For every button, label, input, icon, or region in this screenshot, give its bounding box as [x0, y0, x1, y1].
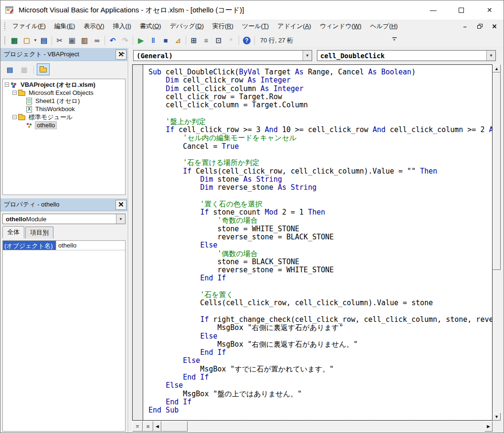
- horizontal-scrollbar[interactable]: = ≡ ◀ ▶: [132, 421, 493, 432]
- toolbar-separator: [186, 36, 186, 45]
- paste-icon[interactable]: ▥: [78, 35, 91, 46]
- menubar-grip[interactable]: [4, 22, 6, 31]
- break-icon[interactable]: ‖: [147, 35, 159, 46]
- insert-userform-icon[interactable]: ▢: [21, 35, 33, 46]
- toolbar-separator: [52, 36, 52, 45]
- window-maximize-button[interactable]: [447, 0, 475, 20]
- chevron-down-icon[interactable]: ▼: [33, 38, 38, 42]
- procedure-dropdown[interactable]: cell_DoubleClick ▼: [317, 50, 496, 61]
- tree-item-thisworkbook[interactable]: XThisWorkbook: [3, 105, 125, 113]
- menu-item-A[interactable]: アドイン(A): [273, 20, 315, 32]
- properties-grid: (オブジェクト名)othello: [2, 240, 126, 432]
- code-line: MsgBox "すでに石が置かれています。": [148, 365, 492, 373]
- copy-icon[interactable]: ▣: [66, 35, 78, 46]
- project-panel-titlebar[interactable]: プロジェクト - VBAProject ✕: [0, 48, 127, 61]
- code-line: Dim reverse_stone As String: [148, 184, 492, 192]
- code-line: If cell_click_row >= 3 And 10 >= cell_cl…: [148, 126, 492, 134]
- tree-item-label: Sheet1 (オセロ): [34, 97, 81, 105]
- toolbar-icons: ▦▢▼▤✂▣▥∞↶↷▶‖■⊿⊞≡⊡*?: [8, 35, 253, 46]
- menu-item-W[interactable]: ウィンドウ(W): [315, 20, 366, 32]
- menu-item-T[interactable]: ツール(T): [238, 20, 273, 32]
- object-browser-icon[interactable]: ⊡: [212, 35, 225, 46]
- property-name[interactable]: (オブジェクト名): [3, 241, 56, 250]
- menu-item-D[interactable]: デバッグ(D): [166, 20, 208, 32]
- toggle-folders-button[interactable]: [37, 63, 50, 75]
- mdi-restore-icon: [477, 24, 483, 29]
- tab-categorized[interactable]: 項目別: [25, 227, 53, 238]
- folder-icon: [18, 115, 25, 120]
- property-row[interactable]: (オブジェクト名)othello: [3, 241, 125, 250]
- tree-expander-icon[interactable]: −: [5, 82, 9, 87]
- chevron-down-icon[interactable]: ▼: [116, 214, 125, 224]
- code-margin-indicator-bar[interactable]: [133, 65, 143, 420]
- cut-icon[interactable]: ✂: [53, 35, 66, 46]
- code-editor[interactable]: Sub cell_DoubleClick(ByVal Target As Ran…: [143, 65, 492, 420]
- scroll-up-button[interactable]: ▲: [493, 64, 501, 72]
- toolbar-separator: [105, 36, 105, 45]
- properties-panel-close-button[interactable]: ✕: [116, 200, 126, 210]
- scroll-down-button[interactable]: ▼: [493, 412, 501, 421]
- view-code-button[interactable]: ▤: [3, 63, 16, 75]
- properties-window-icon[interactable]: ≡: [200, 35, 212, 46]
- mdi-restore-button[interactable]: [474, 21, 485, 31]
- chevron-down-icon[interactable]: ▼: [486, 51, 495, 61]
- window-close-button[interactable]: ✕: [475, 0, 504, 20]
- menu-item-I[interactable]: 挿入(I): [109, 20, 136, 32]
- horizontal-scroll-track[interactable]: [188, 421, 484, 432]
- code-line: Else: [148, 332, 492, 340]
- object-selector-dropdown[interactable]: othello Module ▼: [2, 214, 126, 224]
- menu-item-R[interactable]: 実行(R): [208, 20, 238, 32]
- toolbar-grip[interactable]: [4, 36, 6, 45]
- code-line: Dim cell_click_row As Integer: [148, 76, 492, 84]
- menu-item-F[interactable]: ファイル(F): [8, 20, 50, 32]
- menu-item-H[interactable]: ヘルプ(H): [366, 20, 402, 32]
- tree-item-sheet1-[interactable]: Sheet1 (オセロ): [3, 97, 125, 105]
- tree-item-othello[interactable]: othello: [3, 121, 125, 129]
- save-icon[interactable]: ▤: [38, 35, 50, 46]
- code-line: '盤上か判定: [148, 118, 492, 126]
- horizontal-scroll-thumb[interactable]: [161, 421, 188, 432]
- mdi-close-button[interactable]: ✕: [489, 21, 500, 31]
- window-minimize-button[interactable]: —: [419, 0, 447, 20]
- window-title: Microsoft Visual Basic for Applications …: [19, 6, 244, 15]
- toolbar-overflow-button[interactable]: ▼: [391, 37, 398, 41]
- menu-item-E[interactable]: 編集(E): [50, 20, 79, 32]
- undo-icon[interactable]: ↶: [106, 35, 119, 46]
- tree-item-vbaproject-xlsm-[interactable]: −VBAProject (オセロ.xlsm): [3, 81, 125, 89]
- code-line: End Sub: [148, 406, 492, 414]
- design-mode-icon[interactable]: ⊿: [172, 35, 184, 46]
- help-icon[interactable]: ?: [241, 35, 253, 46]
- code-line: reverse_stone = WHITE_STONE: [148, 266, 492, 274]
- properties-panel-titlebar[interactable]: プロパティ - othello ✕: [0, 198, 127, 211]
- find-icon[interactable]: ∞: [91, 35, 103, 46]
- scroll-left-button[interactable]: ◀: [153, 421, 161, 432]
- code-line: [148, 151, 492, 159]
- menu-item-V[interactable]: 表示(V): [79, 20, 108, 32]
- view-object-button: ▥: [18, 63, 31, 75]
- property-value[interactable]: othello: [56, 241, 125, 250]
- full-module-view-button[interactable]: ≡: [143, 421, 153, 432]
- project-toolbar-overflow-button[interactable]: ▼: [119, 53, 126, 57]
- vertical-scrollbar[interactable]: ▲ ▼: [493, 64, 501, 421]
- menu-item-O[interactable]: 書式(O): [136, 20, 166, 32]
- tree-expander-icon[interactable]: −: [12, 91, 17, 95]
- mdi-minimize-button[interactable]: –: [460, 21, 470, 31]
- run-icon[interactable]: ▶: [135, 35, 147, 46]
- vertical-scroll-thumb[interactable]: [493, 72, 501, 270]
- project-icon: [10, 82, 17, 88]
- project-explorer-icon[interactable]: ⊞: [188, 35, 200, 46]
- procedure-view-button[interactable]: =: [132, 421, 143, 432]
- properties-tabs: 全体項目別: [2, 226, 126, 238]
- vertical-scroll-track[interactable]: [493, 72, 501, 412]
- view-excel-icon[interactable]: ▦: [8, 35, 21, 46]
- code-line: MsgBox "右側に裏返す石がありません。": [148, 340, 492, 349]
- tree-expander-icon[interactable]: −: [12, 115, 17, 119]
- object-dropdown[interactable]: (General) ▼: [133, 50, 312, 61]
- reset-icon[interactable]: ■: [159, 35, 172, 46]
- tree-item-microsoft-excel-objects[interactable]: −Microsoft Excel Objects: [3, 89, 125, 97]
- tree-item--[interactable]: −標準モジュール: [3, 113, 125, 121]
- scroll-right-button[interactable]: ▶: [484, 421, 493, 432]
- chevron-down-icon[interactable]: ▼: [303, 51, 312, 61]
- tab-alphabetic[interactable]: 全体: [2, 226, 24, 238]
- vba-app-icon: [5, 5, 14, 15]
